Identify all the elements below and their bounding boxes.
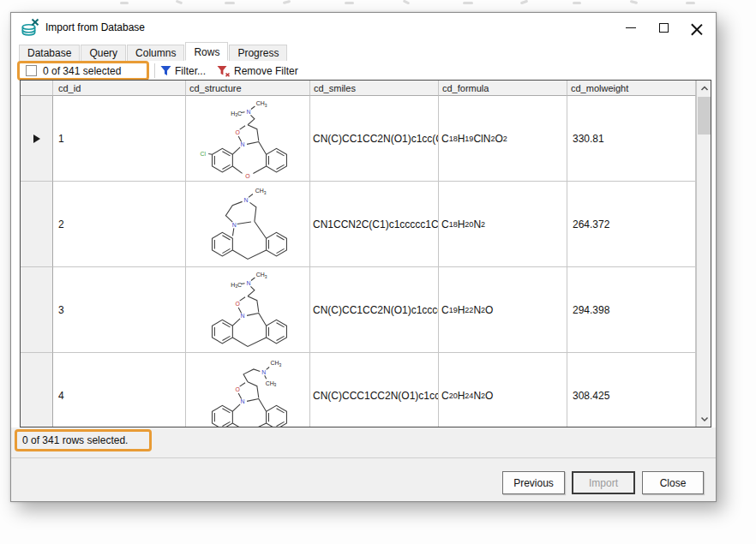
molecule-structure: O N O N Cl CH3 H3C [189,98,307,179]
row-selector-cell[interactable] [21,96,53,182]
cell-cd-structure: N O N CH3 H3C [186,267,310,353]
toolbar-separator [154,63,155,78]
dialog-button-panel: Previous Import Close [11,457,716,501]
svg-text:H3C: H3C [231,282,242,290]
close-dialog-button[interactable]: Close [642,471,704,494]
tab-strip: Database Query Columns Rows Progress [11,42,716,61]
column-header-cd-formula[interactable]: cd_formula [439,81,567,96]
select-all-highlight-box: 0 of 341 selected [17,61,149,81]
svg-text:N: N [244,197,249,203]
cell-cd-structure: O N O N Cl CH3 H3C [186,96,310,182]
import-from-database-dialog: Import from Database Database Query Colu… [10,12,717,502]
cell-cd-structure: N N CH3 [186,182,310,267]
column-header-cd-id[interactable]: cd_id [53,81,186,96]
chevron-down-icon [700,415,709,422]
minimize-icon [626,27,636,28]
cell-cd-molweight: 330.81 [567,96,696,182]
maximize-icon [659,23,669,33]
cell-cd-smiles: CN1CCN2C(C1)c1ccccc1Cc… [310,182,439,267]
results-grid: cd_id cd_structure cd_smiles cd_formula … [20,80,711,427]
row-selector-cell[interactable] [21,267,53,353]
table-row[interactable]: 1 O N O N Cl CH3 [21,96,696,182]
cell-cd-smiles: CN(C)CC1CC2N(O1)c1cc(C… [310,96,439,182]
app-database-icon [21,18,39,37]
select-all-checkbox[interactable] [26,65,37,76]
import-button[interactable]: Import [572,471,635,494]
svg-text:N: N [241,141,245,147]
column-header-cd-smiles[interactable]: cd_smiles [310,81,439,96]
cell-cd-molweight: 294.398 [567,267,696,353]
svg-text:O: O [235,386,240,392]
table-row[interactable]: 3 N O N CH3 H3C [21,267,696,353]
molecule-structure: N O N CH3 CH3 [189,355,307,427]
close-button[interactable] [681,15,711,40]
tab-query[interactable]: Query [81,45,126,61]
svg-text:O: O [235,129,240,135]
close-icon [691,22,702,33]
status-highlight-box: 0 of 341 rows selected. [15,429,152,451]
cell-cd-structure: N O N CH3 CH3 [186,353,310,427]
cell-cd-id: 1 [53,96,186,182]
tab-rows[interactable]: Rows [185,42,228,61]
scroll-down-button[interactable] [697,411,711,426]
title-bar[interactable]: Import from Database [11,13,716,42]
cell-cd-id: 4 [53,353,186,427]
cell-cd-formula: C18H19ClN2O2 [439,96,567,182]
rows-toolbar: 0 of 341 selected Filter... Remove Filte… [11,61,716,81]
window-title: Import from Database [45,21,145,33]
row-selector-cell[interactable] [21,353,53,427]
tab-database[interactable]: Database [19,45,80,61]
status-bar: 0 of 341 rows selected. [11,427,716,457]
column-header-cd-structure[interactable]: cd_structure [186,81,310,96]
screenshot-canvas: Import from Database Database Query Colu… [0,0,756,544]
scroll-up-button[interactable] [697,81,711,95]
svg-text:CH3: CH3 [255,188,267,195]
tab-progress[interactable]: Progress [229,45,287,61]
svg-text:O: O [235,301,240,307]
cell-cd-formula: C18H20N2 [439,182,567,267]
cell-cd-molweight: 308.425 [567,353,696,427]
cell-cd-formula: C20H24N2O [439,353,567,427]
maximize-button[interactable] [649,15,678,40]
svg-text:CH3: CH3 [271,360,282,368]
svg-text:N: N [247,109,251,115]
minimize-button[interactable] [616,15,645,40]
cell-cd-smiles: CN(C)CC1CC2N(O1)c1cccc… [310,267,439,353]
remove-filter-funnel-icon [217,65,231,77]
svg-text:N: N [261,369,266,375]
tab-columns[interactable]: Columns [127,45,184,61]
cell-cd-smiles: CN(C)CCC1CC2N(O1)c1cc… [310,353,439,427]
svg-text:H3C: H3C [231,111,242,118]
scrollbar-thumb[interactable] [698,97,711,135]
svg-text:Cl: Cl [201,151,207,157]
svg-text:CH3: CH3 [266,380,277,388]
cell-cd-molweight: 264.372 [567,182,696,267]
svg-text:N: N [241,398,245,404]
filter-button[interactable]: Filter... [160,61,206,81]
molecule-structure: N O N CH3 H3C [189,269,307,350]
current-row-arrow-icon [33,135,40,143]
cell-cd-id: 3 [53,267,186,353]
column-header-cd-molweight[interactable]: cd_molweight [567,81,696,96]
table-row[interactable]: 2 N N CH3 CN1CCN2C(C1)c1ccccc1Cc… [21,182,696,267]
molecule-structure: N N CH3 [189,183,307,265]
remove-filter-button[interactable]: Remove Filter [217,61,298,81]
header-row-selector [21,81,53,96]
previous-button[interactable]: Previous [502,471,565,494]
svg-text:N: N [241,313,245,319]
vertical-scrollbar[interactable] [696,81,711,427]
table-row[interactable]: 4 N O N CH3 CH3 [21,353,696,427]
filter-funnel-icon [160,65,171,76]
rows-selected-status: 0 of 341 rows selected. [22,434,128,446]
svg-text:N: N [247,280,251,286]
select-all-label: 0 of 341 selected [43,65,121,77]
svg-text:O: O [245,173,250,179]
cell-cd-id: 2 [53,182,186,267]
row-selector-cell[interactable] [21,182,53,267]
cell-cd-formula: C19H22N2O [439,267,567,353]
svg-text:CH3: CH3 [256,272,267,279]
svg-text:N: N [232,222,237,228]
chevron-up-icon [700,85,709,92]
svg-text:CH3: CH3 [256,100,267,108]
